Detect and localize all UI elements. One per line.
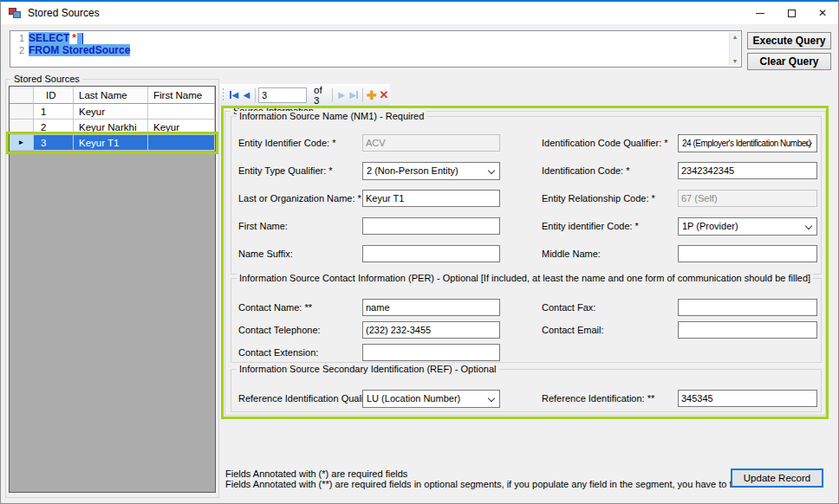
query-line-2: 2FROM StoredSource	[10, 44, 741, 56]
contact-extension-input[interactable]	[362, 344, 500, 361]
delete-record-button[interactable]: ✕	[378, 87, 390, 104]
form-row: Contact Telephone: Contact Email:	[231, 319, 821, 341]
query-star: *	[72, 32, 76, 44]
middle-name-input[interactable]	[678, 245, 817, 262]
record-navigator-toolbar: ◀ ◀ of 3 ▶ ▶ ✚ ✕	[220, 84, 390, 106]
ref-group: Information Source Secondary Identificat…	[231, 369, 822, 412]
execute-query-button[interactable]: Execute Query	[747, 32, 831, 49]
move-last-button[interactable]: ▶	[348, 87, 360, 104]
identification-code-label: Identification Code: *	[542, 165, 678, 176]
record-position-input[interactable]	[258, 87, 307, 103]
nav-last-bar	[356, 91, 358, 99]
row-selector-cell[interactable]	[10, 120, 34, 135]
text-caret	[77, 33, 83, 44]
nm1-group-title: Information Source Name (NM1) - Required	[237, 111, 426, 121]
name-suffix-label: Name Suffix:	[238, 249, 362, 259]
record-count-label: of 3	[314, 85, 324, 106]
nav-first-icon: ◀	[231, 90, 238, 100]
last-or-organization-name-input[interactable]	[362, 190, 500, 207]
delete-icon: ✕	[379, 88, 388, 101]
query-keyword: SELECT	[29, 32, 69, 44]
form-row: Contact Extension:	[231, 341, 821, 364]
entity-identifier-code-2-combo[interactable]: 1P (Provider)	[678, 217, 817, 236]
grid-header-row: ID Last Name First Name	[10, 87, 215, 104]
grid-header-last-name[interactable]: Last Name	[74, 87, 148, 104]
footer-notes: Fields Annotated with (*) are required f…	[225, 469, 781, 489]
nav-next-icon: ▶	[338, 90, 345, 100]
ref-group-title: Information Source Secondary Identificat…	[237, 364, 499, 374]
contact-fax-input[interactable]	[678, 299, 817, 316]
window-title: Stored Sources	[28, 7, 100, 19]
table-row[interactable]: 2 Keyur Narkhi Keyur	[10, 120, 215, 135]
identification-code-qualifier-label: Identification Code Qualifier: *	[542, 138, 678, 148]
contact-name-input[interactable]	[362, 299, 500, 316]
stored-sources-grid[interactable]: ID Last Name First Name 1 Keyur 2 Keyur …	[9, 86, 216, 493]
form-row: Name Suffix: Middle Name:	[231, 240, 821, 268]
form-row: Last or Organization Name: * Entity Rela…	[231, 184, 821, 212]
grid-cell-id[interactable]: 3	[34, 135, 74, 151]
contact-email-input[interactable]	[678, 321, 817, 339]
add-record-button[interactable]: ✚	[366, 87, 378, 104]
scroll-down-icon[interactable]: ▼	[732, 58, 738, 64]
minimize-icon	[756, 13, 764, 14]
grid-cell-last-name[interactable]: Keyur	[74, 104, 148, 120]
grid-cell-last-name[interactable]: Keyur T1	[74, 135, 148, 151]
grid-cell-last-name[interactable]: Keyur Narkhi	[74, 120, 148, 135]
scroll-up-icon[interactable]: ▲	[732, 34, 738, 40]
entity-type-qualifier-label: Entity Type Qualifier: *	[238, 165, 362, 176]
first-name-input[interactable]	[362, 217, 500, 235]
app-icon-front	[13, 11, 21, 18]
move-first-button[interactable]: ◀	[228, 87, 240, 104]
clear-query-button[interactable]: Clear Query	[747, 53, 831, 70]
update-record-button[interactable]: Update Record	[731, 468, 823, 488]
table-row[interactable]: 1 Keyur	[10, 104, 215, 120]
form-row: Entity Type Qualifier: * 2 (Non-Person E…	[231, 157, 821, 184]
grid-cell-first-name[interactable]	[148, 104, 215, 120]
row-selector-cell[interactable]: ►	[10, 135, 34, 151]
nm1-group: Information Source Name (NM1) - Required…	[231, 116, 822, 275]
row-selector-cell[interactable]	[10, 104, 34, 120]
window-controls: ✕	[745, 2, 838, 24]
reference-identification-qualifier-label: Reference Identification Qualifier: **	[238, 393, 362, 404]
identification-code-input[interactable]	[678, 162, 817, 179]
nav-prev-icon: ◀	[244, 90, 250, 100]
chevron-down-icon	[805, 222, 812, 229]
grid-cell-first-name[interactable]	[148, 135, 215, 151]
grid-header-id[interactable]: ID	[34, 87, 74, 104]
query-scrollbar[interactable]: ▲ ▼	[729, 32, 740, 66]
entity-type-qualifier-combo[interactable]: 2 (Non-Person Entity)	[362, 162, 500, 180]
entity-relationship-code-input	[678, 190, 817, 207]
chevron-down-icon	[488, 394, 495, 401]
close-button[interactable]: ✕	[807, 2, 838, 24]
combo-value: 24 (Employer's Identification Number)	[682, 139, 810, 148]
move-next-button[interactable]: ▶	[335, 87, 348, 104]
toolbar-separator	[362, 88, 363, 102]
entity-identifier-code-label: Entity Identifier Code: *	[238, 138, 362, 148]
minimize-button[interactable]	[745, 2, 776, 24]
stored-sources-window: Stored Sources ✕ 1SELECT* 2FROM StoredSo…	[0, 0, 839, 504]
identification-code-qualifier-combo[interactable]: 24 (Employer's Identification Number)	[678, 134, 817, 152]
reference-identification-qualifier-combo[interactable]: LU (Location Number)	[362, 390, 500, 408]
contact-fax-label: Contact Fax:	[542, 302, 678, 313]
titlebar: Stored Sources ✕	[1, 2, 838, 24]
grid-cell-id[interactable]: 2	[34, 120, 74, 135]
nav-last-icon: ▶	[349, 90, 356, 100]
form-row: First Name: Entity identifier Code: * 1P…	[231, 212, 821, 240]
query-editor[interactable]: 1SELECT* 2FROM StoredSource ▲ ▼	[10, 30, 742, 68]
per-group-title: Information Source Contact Information (…	[237, 273, 813, 283]
app-icon	[9, 8, 21, 18]
grid-cell-first-name[interactable]: Keyur	[148, 120, 215, 135]
contact-telephone-input[interactable]	[362, 321, 500, 339]
name-suffix-input[interactable]	[362, 245, 500, 262]
stored-sources-group-title: Stored Sources	[11, 74, 82, 84]
grid-cell-id[interactable]: 1	[34, 104, 74, 120]
move-previous-button[interactable]: ◀	[240, 87, 252, 104]
first-name-label: First Name:	[238, 221, 362, 231]
grid-header-first-name[interactable]: First Name	[148, 87, 215, 104]
toolbar-separator	[332, 88, 333, 102]
maximize-button[interactable]	[776, 2, 807, 24]
table-row-selected[interactable]: ► 3 Keyur T1	[10, 135, 215, 151]
reference-identification-input[interactable]	[678, 390, 817, 407]
toolbar-grip[interactable]	[223, 88, 224, 102]
combo-value: 1P (Provider)	[682, 221, 738, 231]
